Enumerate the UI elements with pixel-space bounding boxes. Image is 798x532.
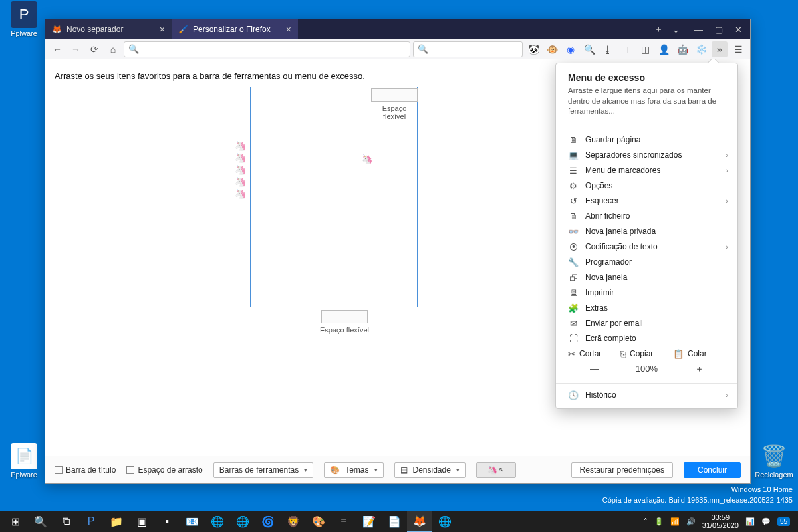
drag-preview-button[interactable]: 🦄 ↖ (476, 462, 516, 478)
desktop-icon-recycle[interactable]: 🗑️ Reciclagem (754, 443, 794, 479)
wifi-icon[interactable]: 📶 (670, 517, 680, 526)
menu-item[interactable]: 🧩Extras (556, 301, 737, 316)
zoom-level: 100% (620, 364, 673, 374)
menu-item[interactable]: ↺Esquecer› (556, 194, 737, 209)
app-chrome[interactable]: 🌐 (205, 511, 230, 532)
menu-item[interactable]: ✉Enviar por email (556, 316, 737, 331)
minimize-button[interactable]: ― (694, 25, 703, 35)
notification-count[interactable]: 55 (777, 517, 790, 526)
instruction-text: Arraste os seus itens favoritos para a b… (55, 71, 365, 81)
title-bar-checkbox[interactable]: Barra de título (55, 466, 116, 475)
app-chromium[interactable]: 🌐 (230, 511, 255, 532)
back-button[interactable]: ← (49, 41, 65, 57)
desktop-icon-pplware[interactable]: P Pplware (4, 1, 44, 37)
ext-icon-2[interactable]: 🐵 (544, 41, 560, 57)
start-button[interactable]: ⊞ (3, 511, 28, 532)
zoom-in[interactable]: ＋ (673, 363, 726, 375)
tabs-dropdown[interactable]: ⌄ (672, 25, 680, 35)
menu-item-icon: ⚙ (568, 181, 579, 191)
graph-icon[interactable]: 📊 (745, 517, 755, 526)
overflow-button[interactable]: » (712, 41, 728, 57)
url-bar[interactable]: 🔍 (124, 41, 410, 57)
menu-item-label: Esquecer (585, 196, 619, 205)
copy-button[interactable]: ⎘Copiar (620, 349, 673, 359)
app-edge[interactable]: 🌀 (255, 511, 281, 532)
menu-item-label: Extras (585, 303, 608, 313)
ext-icon-3[interactable]: ◉ (563, 41, 579, 57)
menu-item[interactable]: 🖶Imprimir (556, 285, 737, 301)
clock-date: 31/05/2020 (702, 521, 739, 529)
menu-item-history[interactable]: 🕓 Histórico › (556, 388, 737, 403)
menu-item[interactable]: 🗎Guardar página (556, 132, 737, 148)
app-brave[interactable]: 🦁 (281, 511, 306, 532)
restore-defaults-button[interactable]: Restaurar predefinições (571, 462, 673, 478)
clock[interactable]: 03:59 31/05/2020 (702, 513, 739, 529)
dropdown-label: Temas (345, 466, 368, 475)
maximize-button[interactable]: ▢ (715, 25, 723, 35)
customize-drop-area[interactable]: Espaço flexível Espaço flexível 🦄🦄🦄🦄🦄 🦄 (195, 87, 414, 340)
menu-item[interactable]: 🔧Programador (556, 255, 737, 270)
forward-button[interactable]: → (68, 41, 84, 57)
new-tab-button[interactable]: ＋ (654, 23, 663, 35)
sidebar-button[interactable]: ◫ (637, 41, 653, 57)
tray-chevron[interactable]: ˄ (644, 517, 648, 526)
menu-item[interactable]: ☰Menu de marcadores› (556, 163, 737, 178)
done-button[interactable]: Concluir (684, 462, 741, 478)
action-center[interactable]: 💬 (761, 517, 771, 526)
downloads-button[interactable]: ⭳ (600, 41, 616, 57)
search-button[interactable]: 🔍 (581, 41, 597, 57)
menu-button[interactable]: ☰ (730, 41, 746, 57)
close-icon[interactable]: × (160, 24, 165, 35)
menu-item[interactable]: 👓Nova janela privada (556, 224, 737, 239)
toolbars-dropdown[interactable]: Barras de ferramentas ▾ (213, 462, 313, 478)
library-button[interactable]: ⫼ (618, 41, 634, 57)
home-button[interactable]: ⌂ (105, 41, 121, 57)
menu-item[interactable]: ⛶Ecrã completo (556, 331, 737, 346)
search-button[interactable]: 🔍 (28, 511, 53, 532)
button-label: Restaurar predefinições (580, 466, 664, 475)
paste-button[interactable]: 📋Colar (673, 349, 726, 359)
brush-icon: 🖌️ (178, 25, 188, 34)
app-firefox[interactable]: 🦊 (407, 511, 432, 532)
cut-button[interactable]: ✂Cortar (568, 349, 620, 359)
ext-icon-1[interactable]: 🐼 (525, 41, 541, 57)
menu-item[interactable]: ⦿Codificação de texto› (556, 239, 737, 255)
close-icon[interactable]: × (286, 24, 291, 35)
menu-item[interactable]: 🗎Abrir ficheiro (556, 209, 737, 224)
app-terminal[interactable]: ▣ (129, 511, 154, 532)
ext-icon-4[interactable]: 🤖 (674, 41, 690, 57)
tab-customize[interactable]: 🖌️ Personalizar o Firefox × (172, 19, 298, 39)
account-button[interactable]: 👤 (656, 41, 672, 57)
app-notepad[interactable]: 📄 (382, 511, 407, 532)
density-dropdown[interactable]: ▤ Densidade ▾ (394, 462, 466, 478)
search-bar[interactable]: 🔍 (413, 41, 523, 57)
app-chrome-2[interactable]: 🌐 (432, 511, 458, 532)
app-notes[interactable]: 📝 (356, 511, 382, 532)
app-pplware[interactable]: P (78, 511, 104, 532)
flex-space-slot[interactable]: Espaço flexível (371, 88, 418, 120)
menu-item[interactable]: 🗗Nova janela (556, 270, 737, 285)
menu-item[interactable]: ⚙Opções (556, 178, 737, 194)
app-icon: P (11, 1, 37, 28)
menu-item[interactable]: 💻Separadores sincronizados› (556, 148, 737, 163)
app-paint[interactable]: 🎨 (306, 511, 331, 532)
volume-icon[interactable]: 🔊 (686, 517, 696, 526)
slot-label: Espaço flexível (371, 104, 418, 120)
battery-icon[interactable]: 🔋 (654, 517, 664, 526)
app-explorer[interactable]: 📁 (104, 511, 129, 532)
palette-icon: 🎨 (330, 466, 340, 475)
themes-dropdown[interactable]: 🎨 Temas ▾ (324, 462, 383, 478)
desktop-icon-pplware-2[interactable]: 📄 Pplware (4, 443, 44, 479)
reload-button[interactable]: ⟳ (86, 41, 102, 57)
flex-space-slot[interactable]: Espaço flexível (320, 310, 369, 334)
taskview-button[interactable]: ⧉ (53, 511, 78, 532)
menu-item-label: Opções (585, 181, 612, 190)
ext-icon-5[interactable]: ❄️ (693, 41, 709, 57)
app-vscode[interactable]: ≡ (331, 511, 356, 532)
app-mail[interactable]: 📧 (180, 511, 205, 532)
zoom-out[interactable]: — (568, 364, 620, 374)
drag-space-checkbox[interactable]: Espaço de arrasto (126, 466, 202, 475)
tab-new[interactable]: 🦊 Novo separador × (45, 19, 172, 39)
close-button[interactable]: ✕ (735, 25, 742, 35)
app-cmd[interactable]: ▪ (154, 511, 180, 532)
